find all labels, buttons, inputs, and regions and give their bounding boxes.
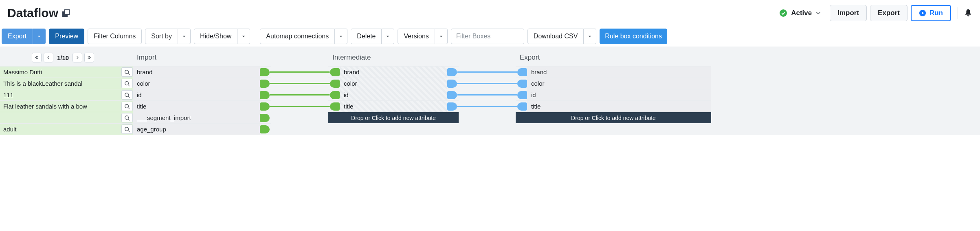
versions-button[interactable]: Versions [398,29,435,44]
svg-point-7 [125,104,129,108]
export-button[interactable]: Export [870,5,907,21]
toolbar: Export Preview Filter Columns Sort by Hi… [0,29,980,44]
svg-line-4 [128,84,130,86]
intermediate-attr-row[interactable]: brand [328,66,459,78]
export-caret-button[interactable] [33,29,46,44]
page-info: 1/10 [55,54,70,61]
status-dropdown[interactable]: Active [780,9,821,17]
magnify-icon[interactable] [121,102,133,111]
export-attr-row[interactable]: title [516,100,711,112]
port-in[interactable] [516,101,527,112]
automap-caret[interactable] [335,29,347,44]
port-out[interactable] [260,112,271,123]
wire[interactable] [270,71,330,73]
attr-label: color [527,78,711,89]
import-column: Import brand color id title ___segment_i… [133,51,328,135]
export-toolbar-button[interactable]: Export [2,29,33,44]
import-button[interactable]: Import [830,5,867,21]
svg-point-9 [125,116,129,119]
pager-last-button[interactable] [84,53,94,62]
download-csv-split: Download CSV [527,29,597,44]
port-in[interactable] [328,89,340,100]
magnify-icon[interactable] [121,124,133,134]
rule-box-button[interactable]: Rule box conditions [600,29,667,44]
port-out[interactable] [260,124,271,135]
attr-label: id [340,89,447,100]
pager-prev-button[interactable] [44,53,53,62]
stage-area: 1/10 Massimo Dutti This is a blackLeathe… [0,47,980,135]
run-button[interactable]: Run [911,5,951,21]
port-in[interactable] [328,101,340,112]
drop-add-attribute[interactable]: Drop or Click to add new attribute [328,112,459,123]
port-in[interactable] [516,78,527,89]
wire[interactable] [457,106,517,107]
preview-column: 1/10 Massimo Dutti This is a blackLeathe… [0,51,133,135]
port-in[interactable] [328,67,340,78]
intermediate-stage-label: Intermediate [328,53,371,62]
import-attr-row[interactable]: ___segment_import [133,112,271,123]
wire[interactable] [270,83,330,84]
wire[interactable] [457,94,517,96]
wire-column-intermediate [459,66,516,123]
export-attr-row[interactable]: id [516,89,711,100]
delete-button[interactable]: Delete [351,29,382,44]
intermediate-column: Intermediate brand color id title Drop o… [328,51,516,123]
export-column: Export brand color id title Drop or Clic… [516,51,711,123]
import-attr-row[interactable]: age_group [133,123,271,135]
pager-next-button[interactable] [73,53,82,62]
port-in[interactable] [516,89,527,100]
delete-caret[interactable] [382,29,394,44]
wire[interactable] [270,94,330,96]
wire[interactable] [457,83,517,84]
sort-by-split: Sort by [145,29,191,44]
svg-point-3 [125,81,129,85]
wire[interactable] [270,106,330,107]
export-attr-row[interactable]: brand [516,66,711,78]
page-title: Dataflow [7,6,58,20]
attr-label: title [133,101,260,112]
preview-cell: 111 [0,89,121,100]
attr-label: age_group [133,124,260,135]
magnify-icon[interactable] [121,67,133,77]
automap-button[interactable]: Automap connections [260,29,335,44]
port-in[interactable] [328,78,340,89]
export-attr-row[interactable]: color [516,78,711,89]
intermediate-attr-row[interactable]: color [328,78,459,89]
pager-first-button[interactable] [32,53,42,62]
wire[interactable] [457,71,517,73]
preview-row [0,112,133,123]
import-attr-row[interactable]: brand [133,66,271,78]
attr-label: color [133,78,260,89]
hide-show-button[interactable]: Hide/Show [194,29,237,44]
hide-show-caret[interactable] [237,29,250,44]
preview-cell: Massimo Dutti [0,67,121,78]
drop-add-attribute[interactable]: Drop or Click to add new attribute [516,112,711,123]
run-label: Run [929,9,943,17]
download-csv-button[interactable]: Download CSV [527,29,584,44]
preview-button[interactable]: Preview [49,29,84,44]
bell-icon[interactable] [964,9,973,18]
intermediate-attr-row[interactable]: title [328,100,459,112]
attr-label: brand [527,67,711,78]
wire-column-import [271,66,328,135]
export-split: Export [2,29,46,44]
intermediate-attr-row[interactable]: id [328,89,459,100]
download-csv-caret[interactable] [584,29,596,44]
port-in[interactable] [516,67,527,78]
status-label: Active [791,9,812,17]
filter-boxes-input[interactable] [451,29,524,44]
magnify-icon[interactable] [121,90,133,100]
pager: 1/10 [32,53,94,62]
import-attr-row[interactable]: title [133,100,271,112]
import-attr-row[interactable]: color [133,78,271,89]
magnify-icon[interactable] [121,79,133,88]
versions-caret[interactable] [435,29,448,44]
sort-by-button[interactable]: Sort by [145,29,178,44]
filter-columns-button[interactable]: Filter Columns [88,29,142,44]
svg-line-6 [128,96,130,98]
sort-by-caret[interactable] [178,29,191,44]
copy-icon[interactable] [62,9,70,17]
import-attr-row[interactable]: id [133,89,271,100]
magnify-icon[interactable] [121,113,133,122]
svg-line-12 [128,130,130,132]
